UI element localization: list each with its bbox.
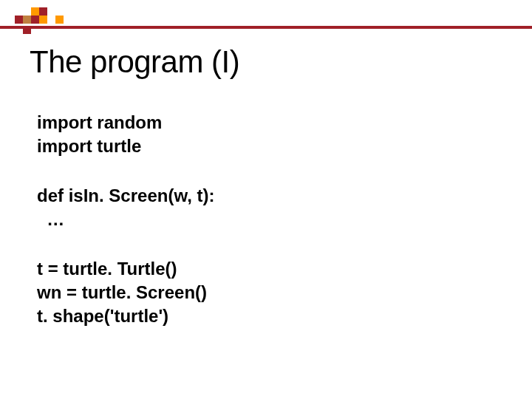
code-block-imports: import random import turtle [37,111,502,159]
decorative-pixel-pattern [15,7,64,34]
top-border-rule [0,26,532,29]
code-line: wn = turtle. Screen() [37,281,502,304]
code-line: t. shape('turtle') [37,304,502,328]
code-block-function: def isIn. Screen(w, t): … [37,184,502,232]
code-line: t = turtle. Turtle() [37,257,502,281]
code-line: … [37,208,502,231]
code-block-main: t = turtle. Turtle() wn = turtle. Screen… [37,257,502,329]
slide-content: The program (I) import random import tur… [30,44,502,354]
code-line: import random [37,111,502,134]
slide-title: The program (I) [30,44,502,80]
code-line: def isIn. Screen(w, t): [37,184,502,208]
code-line: import turtle [37,134,502,158]
